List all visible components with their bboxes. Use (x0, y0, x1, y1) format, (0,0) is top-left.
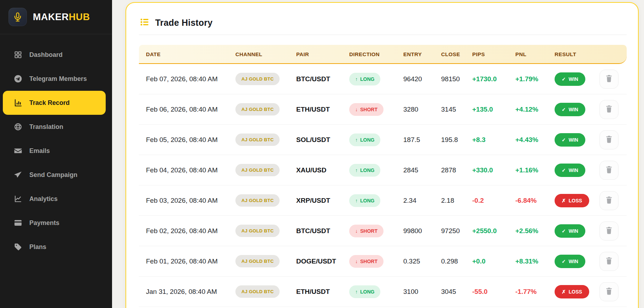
direction-label: SHORT (360, 228, 377, 234)
direction-cell: ↑ LONG (342, 134, 396, 146)
trash-icon (605, 256, 613, 266)
table-row: Jan 31, 2026, 08:40 AM AJ GOLD BTC ETH/U… (139, 277, 627, 307)
direction-arrow-icon: ↑ (355, 167, 358, 173)
table-row: Feb 03, 2026, 08:40 AM AJ GOLD BTC XRP/U… (139, 185, 627, 216)
entry-cell: 2845 (396, 166, 434, 174)
direction-badge: ↑ LONG (349, 285, 380, 298)
result-check-icon: ✗ (562, 289, 566, 295)
brand-name-primary: MAKER (33, 12, 69, 22)
microphone-icon (8, 8, 27, 26)
card-header: Trade History (139, 13, 627, 32)
direction-label: SHORT (360, 259, 377, 264)
actions-cell (591, 100, 627, 119)
channel-badge: AJ GOLD BTC (235, 194, 280, 207)
column-header-channel: CHANNEL (228, 51, 289, 57)
result-check-icon: ✓ (562, 259, 566, 264)
sidebar-item-analytics[interactable]: Analytics (3, 187, 106, 211)
direction-cell: ↑ LONG (342, 194, 396, 207)
pnl-cell: +2.56% (508, 227, 548, 235)
pips-cell: +330.0 (465, 166, 508, 174)
table-row: Feb 01, 2026, 08:40 AM AJ GOLD BTC DOGE/… (139, 246, 627, 277)
pair-cell: DOGE/USDT (289, 257, 342, 265)
trade-date: Feb 01, 2026, 08:40 AM (139, 257, 228, 265)
channel-cell: AJ GOLD BTC (228, 255, 289, 267)
line-chart-icon (13, 194, 23, 203)
sidebar: MAKERHUB DashboardTelegram MembersTrack … (0, 0, 112, 308)
trash-icon (605, 196, 613, 205)
actions-cell (591, 130, 627, 149)
pair-cell: BTC/USDT (289, 75, 342, 83)
direction-arrow-icon: ↑ (355, 76, 358, 82)
sidebar-item-telegram-members[interactable]: Telegram Members (3, 67, 106, 91)
trade-date: Feb 04, 2026, 08:40 AM (139, 166, 228, 174)
direction-label: LONG (360, 76, 374, 82)
delete-trade-button[interactable] (599, 130, 619, 149)
direction-arrow-icon: ↑ (355, 137, 358, 143)
trade-history-card: Trade History DATECHANNELPAIRDIRECTIONEN… (125, 2, 639, 308)
direction-label: LONG (360, 198, 374, 203)
actions-cell (591, 161, 627, 180)
sidebar-item-label: Track Record (29, 99, 70, 107)
trash-icon (605, 226, 613, 236)
result-check-icon: ✓ (562, 137, 566, 143)
result-check-icon: ✓ (562, 107, 566, 112)
result-badge: ✓ WIN (555, 255, 585, 268)
delete-trade-button[interactable] (599, 221, 619, 241)
actions-cell (591, 252, 627, 271)
divider (139, 35, 627, 35)
direction-badge: ↑ LONG (349, 194, 380, 207)
pips-cell: +2550.0 (465, 227, 508, 235)
direction-label: LONG (360, 167, 374, 173)
delete-trade-button[interactable] (599, 161, 619, 180)
column-header-pair: PAIR (289, 51, 342, 57)
sidebar-item-emails[interactable]: Emails (3, 139, 106, 163)
sidebar-item-translation[interactable]: Translation (3, 115, 106, 139)
actions-cell (591, 191, 627, 210)
delete-trade-button[interactable] (599, 282, 619, 301)
direction-label: LONG (360, 137, 374, 143)
direction-cell: ↑ LONG (342, 285, 396, 298)
direction-cell: ↓ SHORT (342, 255, 396, 268)
sidebar-item-payments[interactable]: Payments (3, 211, 106, 235)
result-cell: ✗ LOSS (548, 285, 591, 298)
entry-cell: 2.34 (396, 197, 434, 205)
result-label: WIN (569, 76, 578, 82)
sidebar-item-dashboard[interactable]: Dashboard (3, 43, 106, 67)
brand-name-secondary: HUB (69, 12, 90, 22)
channel-cell: AJ GOLD BTC (228, 134, 289, 146)
sidebar-nav: DashboardTelegram MembersTrack RecordTra… (0, 34, 112, 259)
pair-cell: XAU/USD (289, 166, 342, 174)
sidebar-item-track-record[interactable]: Track Record (3, 91, 106, 115)
close-cell: 3145 (434, 106, 465, 113)
result-badge: ✓ WIN (555, 133, 585, 147)
pips-cell: +1730.0 (465, 75, 508, 83)
sidebar-item-label: Dashboard (29, 51, 63, 59)
direction-badge: ↑ LONG (349, 134, 380, 146)
trash-icon (605, 287, 613, 296)
brand-logo: MAKERHUB (0, 0, 112, 34)
result-cell: ✓ WIN (548, 255, 591, 268)
channel-cell: AJ GOLD BTC (228, 285, 289, 298)
result-check-icon: ✓ (562, 228, 566, 234)
delete-trade-button[interactable] (599, 70, 619, 89)
channel-cell: AJ GOLD BTC (228, 194, 289, 207)
result-label: LOSS (569, 289, 582, 295)
trash-icon (605, 105, 613, 114)
result-check-icon: ✓ (562, 167, 566, 173)
brand-name: MAKERHUB (33, 12, 90, 23)
sidebar-item-label: Plans (29, 243, 46, 251)
sidebar-item-plans[interactable]: Plans (3, 235, 106, 259)
sidebar-item-label: Send Campaign (29, 171, 77, 179)
column-header-direction: DIRECTION (342, 51, 396, 57)
result-label: WIN (569, 167, 578, 173)
entry-cell: 96420 (396, 75, 434, 83)
column-header-date: DATE (139, 51, 228, 57)
delete-trade-button[interactable] (599, 252, 619, 271)
direction-badge: ↓ SHORT (349, 103, 384, 116)
delete-trade-button[interactable] (599, 191, 619, 210)
channel-badge: AJ GOLD BTC (235, 225, 280, 237)
delete-trade-button[interactable] (599, 100, 619, 119)
result-label: LOSS (569, 198, 582, 203)
sidebar-item-send-campaign[interactable]: Send Campaign (3, 163, 106, 187)
trade-date: Feb 02, 2026, 08:40 AM (139, 227, 228, 235)
